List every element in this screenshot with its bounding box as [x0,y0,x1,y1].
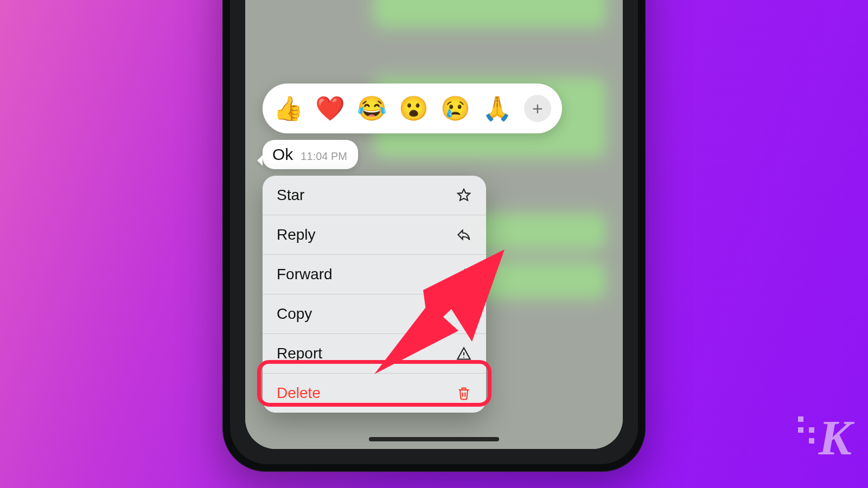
reaction-more-button[interactable]: + [524,95,551,122]
forward-icon [456,266,472,282]
report-icon [456,345,472,362]
star-icon [456,187,472,203]
menu-item-label: Copy [277,305,312,323]
home-indicator [369,437,499,441]
reaction-laugh[interactable]: 😂 [357,97,387,120]
copy-icon [456,306,472,322]
reaction-thumbs-up[interactable]: 👍 [273,97,303,120]
svg-rect-0 [461,311,469,320]
menu-item-delete[interactable]: Delete [263,374,486,413]
plus-icon: + [532,98,543,119]
menu-item-label: Star [277,187,304,204]
reply-icon [456,227,472,243]
menu-item-label: Reply [277,226,316,243]
phone-bezel: 👍 ❤️ 😂 😮 😢 🙏 + Ok 11:04 PM [230,0,638,464]
watermark-logo: K [798,409,850,466]
message-context-menu: Star Reply Forward [263,176,486,413]
menu-item-report[interactable]: Report [263,334,486,374]
phone-screen: 👍 ❤️ 😂 😮 😢 🙏 + Ok 11:04 PM [245,0,623,449]
menu-item-label: Forward [277,266,333,283]
reaction-sad[interactable]: 😢 [441,97,470,120]
phone-frame: 👍 ❤️ 😂 😮 😢 🙏 + Ok 11:04 PM [222,0,646,472]
menu-item-reply[interactable]: Reply [263,215,486,255]
menu-item-forward[interactable]: Forward [263,255,486,294]
reaction-pray[interactable]: 🙏 [482,97,512,120]
message-timestamp: 11:04 PM [301,150,347,163]
reaction-bar: 👍 ❤️ 😂 😮 😢 🙏 + [263,84,562,133]
svg-rect-1 [459,309,467,317]
blurred-chat-bubble [373,0,607,28]
menu-item-label: Report [277,345,322,362]
menu-item-star[interactable]: Star [263,176,486,215]
svg-point-3 [463,357,464,358]
watermark-letter: K [819,409,850,466]
message-bubble[interactable]: Ok 11:04 PM [263,140,358,169]
blurred-chat-bubble [465,213,607,251]
menu-item-copy[interactable]: Copy [263,294,486,334]
reaction-heart[interactable]: ❤️ [315,97,345,120]
watermark-dots-icon [798,416,814,444]
trash-icon [456,385,472,401]
screenshot-stage: 👍 ❤️ 😂 😮 😢 🙏 + Ok 11:04 PM [0,0,868,488]
menu-item-label: Delete [277,384,321,402]
message-text: Ok [272,145,293,164]
blurred-chat-bubble [465,261,607,299]
reaction-surprised[interactable]: 😮 [399,97,429,120]
